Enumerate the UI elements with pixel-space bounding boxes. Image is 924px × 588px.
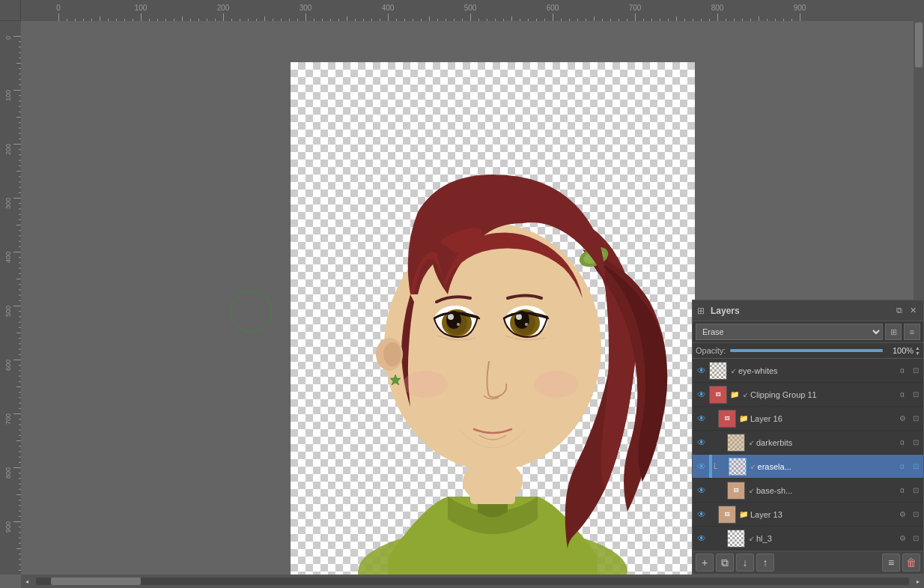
layer-name: erasela... bbox=[758, 462, 896, 471]
layer-alpha-lock[interactable]: α bbox=[896, 461, 908, 473]
layer-clip-icon: ↙ bbox=[741, 390, 750, 399]
svg-point-7 bbox=[383, 342, 401, 366]
layer-item[interactable]: 👁 🖼 📁 Layer 13 ⚙ ⊡ bbox=[693, 503, 923, 527]
opacity-value: 100% bbox=[887, 346, 914, 355]
svg-point-21 bbox=[403, 371, 448, 398]
layer-thumbnail bbox=[727, 530, 745, 548]
layer-name: Layer 16 bbox=[750, 414, 896, 423]
layer-filter-btn[interactable]: ⊞ bbox=[885, 324, 902, 340]
layer-name: eye-whites bbox=[738, 366, 896, 375]
layer-visibility-toggle[interactable]: 👁 bbox=[694, 507, 709, 522]
layer-action-icon[interactable]: ⊡ bbox=[910, 413, 922, 425]
layer-alpha-lock[interactable]: α bbox=[896, 437, 908, 449]
svg-point-19 bbox=[516, 314, 522, 320]
layer-clip-icon: ↙ bbox=[747, 486, 756, 495]
svg-rect-2 bbox=[470, 467, 515, 504]
layer-action-icon[interactable]: ⊡ bbox=[910, 509, 922, 521]
layer-action-icon[interactable]: ⊡ bbox=[910, 389, 922, 401]
layer-settings[interactable]: ⚙ bbox=[896, 533, 908, 545]
layer-action-icon[interactable]: ⊡ bbox=[910, 533, 922, 545]
layers-title-bar: ⊞ Layers ⧉ ✕ bbox=[693, 300, 923, 321]
layer-settings[interactable]: ⚙ bbox=[896, 509, 908, 521]
svg-point-13 bbox=[448, 314, 454, 320]
layer-clip-icon: ↙ bbox=[747, 534, 756, 543]
layer-action-icon[interactable]: ⊡ bbox=[910, 437, 922, 449]
layer-properties-btn[interactable]: ≡ bbox=[882, 554, 900, 572]
opacity-down-arrow[interactable]: ▼ bbox=[915, 351, 920, 356]
layer-visibility-toggle[interactable]: 👁 bbox=[694, 387, 709, 402]
layer-name: Layer 13 bbox=[750, 510, 896, 519]
blend-mode-select[interactable]: Erase Normal Multiply bbox=[696, 324, 883, 340]
scroll-left-btn[interactable]: ◂ bbox=[21, 575, 33, 587]
layers-close-btn[interactable]: ✕ bbox=[907, 305, 919, 317]
opacity-up-arrow[interactable]: ▲ bbox=[915, 345, 920, 351]
layer-clip-icon: ↙ bbox=[747, 438, 756, 447]
layer-actions: ⚙ ⊡ bbox=[896, 413, 922, 425]
layer-options-btn[interactable]: ≡ bbox=[904, 324, 920, 340]
layer-group-icon: 📁 bbox=[738, 509, 749, 520]
layer-visibility-toggle[interactable]: 👁 bbox=[694, 531, 709, 546]
layer-thumbnail: 🖼 bbox=[718, 506, 736, 524]
layers-float-btn[interactable]: ⧉ bbox=[893, 305, 905, 317]
svg-point-22 bbox=[534, 371, 579, 398]
layer-item[interactable]: 👁 ↙ hl_3 ⚙ ⊡ bbox=[693, 527, 923, 551]
delete-layer-btn[interactable]: 🗑 bbox=[902, 554, 920, 572]
opacity-label: Opacity: bbox=[696, 346, 726, 355]
layer-visibility-toggle[interactable]: 👁 bbox=[694, 435, 709, 450]
move-down-btn[interactable]: ↓ bbox=[736, 554, 754, 572]
move-up-btn[interactable]: ↑ bbox=[756, 554, 774, 572]
layer-settings[interactable]: ⚙ bbox=[896, 413, 908, 425]
layer-item[interactable]: 👁 🖼 📁 ↙ Clipping Group 11 α ⊡ bbox=[693, 383, 923, 407]
layer-visibility-toggle[interactable]: 👁 bbox=[694, 483, 709, 498]
layer-actions: α ⊡ bbox=[896, 389, 922, 401]
layers-list[interactable]: 👁 ↙ eye-whites α ⊡ 👁 🖼 📁 ↙ Clipping Grou… bbox=[693, 359, 923, 551]
layer-visibility-toggle[interactable]: 👁 bbox=[694, 411, 709, 426]
layers-panel: ⊞ Layers ⧉ ✕ Erase Normal Multiply ⊞ ≡ O… bbox=[692, 300, 924, 575]
horizontal-scrollbar-track[interactable] bbox=[36, 578, 909, 585]
layer-item[interactable]: 👁 ↙ darkerbits α ⊡ bbox=[693, 431, 923, 455]
layer-alpha-lock[interactable]: α bbox=[896, 389, 908, 401]
layer-actions: α ⊡ bbox=[896, 485, 922, 497]
top-ruler bbox=[21, 0, 924, 21]
layer-item[interactable]: 👁 ↙ eye-whites α ⊡ bbox=[693, 359, 923, 383]
layer-actions: ⚙ ⊡ bbox=[896, 509, 922, 521]
layers-opacity-bar: Opacity: 100% ▲ ▼ bbox=[693, 343, 923, 359]
layer-action-icon[interactable]: ⊡ bbox=[910, 461, 922, 473]
layer-action-icon[interactable]: ⊡ bbox=[910, 485, 922, 497]
layer-thumbnail bbox=[709, 362, 727, 380]
layer-action-icon[interactable]: ⊡ bbox=[910, 365, 922, 377]
layer-visibility-toggle[interactable]: 👁 bbox=[694, 363, 709, 378]
layer-actions: α ⊡ bbox=[896, 461, 922, 473]
opacity-slider[interactable] bbox=[730, 349, 883, 352]
layer-name: darkerbits bbox=[756, 438, 896, 447]
svg-point-14 bbox=[457, 323, 460, 326]
layer-alpha-lock[interactable]: α bbox=[896, 365, 908, 377]
layer-thumbnail bbox=[729, 458, 747, 476]
right-scrollbar-thumb[interactable] bbox=[915, 22, 923, 67]
copy-layer-btn[interactable]: ⧉ bbox=[716, 554, 734, 572]
layer-visibility-toggle[interactable]: 👁 bbox=[694, 459, 709, 474]
layer-thumbnail: 🖼 bbox=[727, 482, 745, 500]
layer-clip-icon: ↙ bbox=[729, 366, 738, 375]
layer-thumbnail bbox=[727, 434, 745, 452]
layer-group-icon: 📁 bbox=[738, 413, 749, 424]
svg-point-20 bbox=[525, 323, 528, 326]
scroll-right-btn[interactable]: ▸ bbox=[912, 575, 924, 587]
add-layer-btn[interactable]: + bbox=[696, 554, 714, 572]
layer-item[interactable]: 👁 🖼 📁 Layer 16 ⚙ ⊡ bbox=[693, 407, 923, 431]
layer-item[interactable]: 👁 L ↙ erasela... α ⊡ bbox=[693, 455, 923, 479]
layer-actions: ⚙ ⊡ bbox=[896, 533, 922, 545]
horizontal-scrollbar-thumb[interactable] bbox=[51, 578, 141, 585]
layer-item[interactable]: 👁 🖼 ↙ base-sh... α ⊡ bbox=[693, 479, 923, 503]
bottom-scrollbar[interactable]: ◂ ▸ bbox=[21, 575, 924, 588]
layer-name: hl_3 bbox=[756, 534, 896, 543]
layers-panel-title: Layers bbox=[711, 306, 892, 316]
layer-name: Clipping Group 11 bbox=[750, 390, 896, 399]
layer-name: base-sh... bbox=[756, 486, 896, 495]
layers-toolbar: + ⧉ ↓ ↑ ≡ 🗑 bbox=[693, 551, 923, 574]
left-ruler bbox=[0, 21, 21, 575]
drawing-canvas[interactable] bbox=[291, 62, 695, 575]
layer-alpha-lock[interactable]: α bbox=[896, 485, 908, 497]
layer-clip-icon: ↙ bbox=[749, 462, 758, 471]
layer-group-icon: 📁 bbox=[729, 390, 740, 400]
